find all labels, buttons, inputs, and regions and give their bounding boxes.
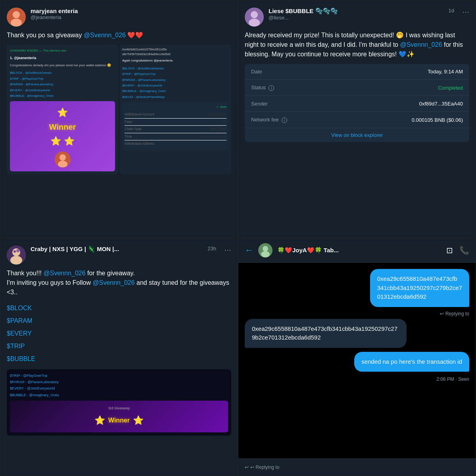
msg-timestamp: 2:06 PM · Seen <box>436 376 469 382</box>
panel-tweet-2: Liese $BUBBLE 🫧🫧🫧 @liese... 1d ⋯ Already… <box>238 0 476 238</box>
status-info-icon[interactable]: i <box>269 85 274 91</box>
svg-point-13 <box>13 250 16 253</box>
msg-sent-sended: sended na po here's the transaction id <box>354 352 469 372</box>
phone-icon[interactable]: 📞 <box>459 246 469 255</box>
display-name-3: Craby | NXS | YGG | 🦎 MON |... <box>31 246 119 253</box>
camera-icon[interactable]: ⊡ <box>446 246 453 255</box>
right-screenshot: 0xe6b5d621erb01575f4c8512d5bafb75458700d… <box>120 45 231 175</box>
display-name-2: Liese $BUBBLE 🫧🫧🫧 <box>269 8 338 15</box>
tx-fee-row: Network fee i 0.000105 BNB ($0.06) <box>245 112 469 128</box>
tx-sender-row: Sender 0xf89d7...35EaA40 <box>245 96 469 112</box>
tx-date-row: Date Today, 9:14 AM <box>245 64 469 80</box>
more-options-3[interactable]: ⋯ <box>224 246 231 254</box>
tweet-text-1: Thank you po sa giveaway @Svennn_026 ❤️❤… <box>7 31 231 40</box>
tweet-time-2: 1d <box>449 8 454 13</box>
tweet-header-3: Craby | NXS | YGG | 🦎 MON |... 23h ⋯ <box>7 246 231 265</box>
mention-3a[interactable]: @Svennn_026 <box>44 270 86 276</box>
mention-1[interactable]: @Svennn_026 <box>84 32 126 38</box>
tweet-text-3: Thank you!!! @Svennn_026 for the giveawa… <box>7 269 231 297</box>
winner-box-1: ⭐ Winner ⭐ ⭐ <box>10 101 115 171</box>
panel-tweet-1: maryjean enteria @jeanenteria Thank you … <box>0 0 238 238</box>
tweet-header-2: Liese $BUBBLE 🫧🫧🫧 @liese... 1d ⋯ <box>245 8 469 27</box>
msg-received-txhash: 0xea29c6558810a487e473cfb341cbb43a192502… <box>245 319 407 348</box>
fee-info-icon[interactable]: i <box>282 117 287 123</box>
svg-point-2 <box>11 19 22 27</box>
panel-tweet-3: Craby | NXS | YGG | 🦎 MON |... 23h ⋯ Tha… <box>0 238 238 476</box>
svg-point-17 <box>261 251 270 257</box>
dm-input-area: ↩ ↩ Replying to <box>238 459 476 476</box>
msg-sent-txhash: 0xea29c6558810a487e473cfb341cbb43a192502… <box>370 269 469 307</box>
mention-2[interactable]: @Svennn_026 <box>400 41 442 48</box>
user-info-3: Craby | NXS | YGG | 🦎 MON |... <box>31 246 119 253</box>
panel-dm: ← 🍀❤️JoyA❤️🍀 Tab... ⊡ 📞 0xea29c6558810a4… <box>238 238 476 476</box>
svg-point-14 <box>16 249 19 252</box>
avatar-2 <box>245 8 264 27</box>
dm-header: ← 🍀❤️JoyA❤️🍀 Tab... ⊡ 📞 <box>238 238 476 263</box>
tweet-text-2: Already received my prize! This is total… <box>245 31 469 59</box>
view-explorer-link[interactable]: View on block explorer <box>245 128 469 142</box>
username-1: @jeanenteria <box>31 14 78 20</box>
dm-messages-area: 0xea29c6558810a487e473cfb341cbb43a192502… <box>238 263 476 459</box>
svg-point-1 <box>13 11 20 18</box>
reply-indicator: ↩ Replying to <box>440 311 469 317</box>
svg-point-12 <box>10 256 22 265</box>
more-options-2[interactable]: ⋯ <box>462 8 469 16</box>
dm-contact-name: 🍀❤️JoyA❤️🍀 Tab... <box>277 247 441 254</box>
tweet-time-3: 23h <box>207 246 216 251</box>
back-button[interactable]: ← <box>245 245 253 255</box>
mention-3b[interactable]: @Svennn_026 <box>92 279 134 286</box>
svg-point-11 <box>12 248 20 256</box>
svg-point-4 <box>60 154 66 161</box>
tweet-images-1: GIVEAWAY ENDED — The winners are: 1. @je… <box>7 45 231 175</box>
main-grid: maryjean enteria @jeanenteria Thank you … <box>0 0 476 476</box>
left-screenshot: GIVEAWAY ENDED — The winners are: 1. @je… <box>7 45 118 175</box>
svg-point-16 <box>263 246 268 251</box>
reply-banner: ↩ ↩ Replying to <box>245 463 469 472</box>
dm-action-icons: ⊡ 📞 <box>446 246 469 255</box>
tx-screenshot: ✓ Sent Withdrawal Account Funding Acc Fe… <box>122 102 229 150</box>
transaction-detail-box: Date Today, 9:14 AM Status i Completed S… <box>245 64 469 142</box>
dm-avatar <box>258 243 273 257</box>
svg-rect-9 <box>245 8 264 27</box>
avatar-3 <box>7 246 26 265</box>
username-2: @liese... <box>269 15 338 21</box>
display-name-1: maryjean enteria <box>31 8 78 14</box>
user-info-1: maryjean enteria @jeanenteria <box>31 8 78 20</box>
user-info-2: Liese $BUBBLE 🫧🫧🫧 @liese... <box>269 8 338 21</box>
tx-status-row: Status i Completed <box>245 80 469 96</box>
hashtag-list: $BLOCK $PARAM $EVERY $TRIP $BUBBLE <box>7 302 231 365</box>
p3-preview: $TRIP - @PlayOverTrip $PARAM - @ParamLab… <box>7 369 231 436</box>
p3-winner-box: 3rd Giveaway ⭐ Winner ⭐ <box>10 401 228 433</box>
avatar-1 <box>7 8 26 27</box>
tweet-header-1: maryjean enteria @jeanenteria <box>7 8 231 27</box>
